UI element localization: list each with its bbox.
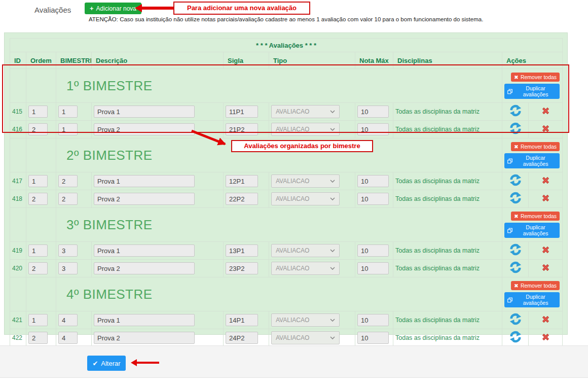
annotation-arrow-submit bbox=[131, 359, 159, 366]
descricao-input[interactable] bbox=[94, 123, 195, 135]
bimestre-input[interactable] bbox=[58, 106, 78, 118]
duplicate-avaliacoes-button[interactable]: Duplicar avaliações bbox=[504, 153, 560, 168]
reload-disciplinas-button[interactable] bbox=[509, 261, 522, 274]
bimestre-input[interactable] bbox=[58, 244, 78, 257]
add-new-button[interactable]: + Adicionar nova bbox=[85, 3, 141, 14]
reload-icon bbox=[509, 312, 522, 326]
disciplinas-text: Todas as disciplinas da matriz bbox=[393, 329, 502, 347]
copy-icon bbox=[507, 89, 512, 94]
delete-avaliacao-button[interactable] bbox=[540, 262, 552, 273]
delete-avaliacao-button[interactable] bbox=[540, 193, 552, 203]
bimestre-input[interactable] bbox=[58, 314, 78, 326]
check-icon: ✔ bbox=[92, 360, 98, 367]
sigla-input[interactable] bbox=[226, 106, 258, 118]
col-ordem: Ordem bbox=[26, 52, 56, 69]
section-title: 4º BIMESTRE bbox=[56, 277, 502, 311]
bimestre-input[interactable] bbox=[58, 193, 78, 205]
avaliacoes-table: * * * Avaliações * * * ID Ordem BIMESTRE… bbox=[10, 38, 563, 347]
nota-max-input[interactable] bbox=[357, 314, 389, 326]
ordem-input[interactable] bbox=[28, 123, 48, 135]
reload-disciplinas-button[interactable] bbox=[509, 173, 522, 187]
arrow-shaft bbox=[137, 362, 159, 364]
tipo-select[interactable]: AVALIACAO bbox=[271, 244, 340, 257]
tipo-select[interactable]: AVALIACAO bbox=[271, 192, 340, 205]
red-x-icon bbox=[540, 193, 552, 203]
sigla-input[interactable] bbox=[226, 332, 258, 344]
delete-avaliacao-button[interactable] bbox=[540, 314, 552, 325]
sigla-input[interactable] bbox=[226, 175, 258, 187]
col-id: ID bbox=[10, 52, 26, 69]
nota-max-input[interactable] bbox=[357, 262, 389, 274]
sigla-input[interactable] bbox=[226, 262, 258, 274]
tipo-select[interactable]: AVALIACAO bbox=[271, 331, 340, 344]
disciplinas-text: Todas as disciplinas da matriz bbox=[393, 103, 502, 121]
descricao-input[interactable] bbox=[94, 332, 195, 344]
remove-all-button[interactable]: ✖Remover todas bbox=[511, 212, 560, 221]
tipo-select[interactable]: AVALIACAO bbox=[271, 262, 340, 275]
descricao-input[interactable] bbox=[94, 244, 195, 257]
reload-icon bbox=[509, 243, 522, 256]
remove-all-button[interactable]: ✖Remover todas bbox=[511, 142, 560, 151]
col-nota-max: Nota Máx bbox=[355, 52, 393, 69]
bimestre-input[interactable] bbox=[58, 332, 78, 344]
col-descricao: Descrição bbox=[92, 52, 224, 69]
tipo-select[interactable]: AVALIACAO bbox=[271, 105, 340, 118]
red-x-icon bbox=[540, 106, 552, 116]
ordem-input[interactable] bbox=[28, 106, 48, 118]
nota-max-input[interactable] bbox=[357, 175, 389, 187]
descricao-input[interactable] bbox=[94, 106, 195, 118]
alterar-button[interactable]: ✔ Alterar bbox=[87, 356, 126, 371]
ordem-input[interactable] bbox=[28, 175, 48, 187]
reload-icon bbox=[509, 261, 522, 274]
reload-disciplinas-button[interactable] bbox=[509, 312, 522, 326]
nota-max-input[interactable] bbox=[357, 244, 389, 257]
bimestre-input[interactable] bbox=[58, 262, 78, 274]
reload-disciplinas-button[interactable] bbox=[509, 104, 522, 117]
remove-all-button[interactable]: ✖Remover todas bbox=[511, 281, 560, 290]
copy-icon bbox=[507, 228, 512, 233]
section-header-row: 1º BIMESTRE ✖Remover todas Duplicar aval… bbox=[10, 69, 563, 103]
nota-max-input[interactable] bbox=[357, 123, 389, 135]
reload-disciplinas-button[interactable] bbox=[509, 330, 522, 343]
delete-avaliacao-button[interactable] bbox=[540, 175, 552, 186]
sigla-input[interactable] bbox=[226, 314, 258, 326]
ordem-input[interactable] bbox=[28, 193, 48, 205]
descricao-input[interactable] bbox=[94, 314, 195, 326]
avaliacao-row: 422 AVALIACAO Todas as disciplinas da ma… bbox=[10, 329, 563, 347]
ordem-input[interactable] bbox=[28, 244, 48, 257]
nota-max-input[interactable] bbox=[357, 332, 389, 344]
ordem-input[interactable] bbox=[28, 262, 48, 274]
reload-icon bbox=[509, 330, 522, 343]
duplicate-avaliacoes-button[interactable]: Duplicar avaliações bbox=[504, 223, 560, 238]
reload-disciplinas-button[interactable] bbox=[509, 243, 522, 256]
descricao-input[interactable] bbox=[94, 262, 195, 274]
reload-disciplinas-button[interactable] bbox=[509, 122, 522, 135]
ordem-input[interactable] bbox=[28, 332, 48, 344]
col-disciplinas: Disciplinas bbox=[393, 52, 502, 69]
sigla-input[interactable] bbox=[226, 193, 258, 205]
bimestre-input[interactable] bbox=[58, 123, 78, 135]
tipo-select[interactable]: AVALIACAO bbox=[271, 123, 340, 136]
nota-max-input[interactable] bbox=[357, 193, 389, 205]
sigla-input[interactable] bbox=[226, 244, 258, 257]
descricao-input[interactable] bbox=[94, 193, 195, 205]
duplicate-avaliacoes-button[interactable]: Duplicar avaliações bbox=[504, 84, 560, 99]
tipo-select[interactable]: AVALIACAO bbox=[271, 174, 340, 188]
tipo-select[interactable]: AVALIACAO bbox=[271, 313, 340, 327]
reload-disciplinas-button[interactable] bbox=[509, 191, 522, 204]
avaliacao-row: 416 AVALIACAO Todas as disciplinas da ma… bbox=[10, 121, 563, 138]
remove-all-button[interactable]: ✖Remover todas bbox=[511, 73, 560, 82]
duplicate-avaliacoes-button[interactable]: Duplicar avaliações bbox=[504, 292, 560, 307]
bimestre-input[interactable] bbox=[58, 175, 78, 187]
delete-avaliacao-button[interactable] bbox=[540, 332, 552, 342]
ordem-input[interactable] bbox=[28, 314, 48, 326]
row-id: 422 bbox=[10, 329, 26, 347]
section-header-row: 3º BIMESTRE ✖Remover todas Duplicar aval… bbox=[10, 208, 563, 242]
add-new-button-label: Adicionar nova bbox=[96, 5, 136, 12]
descricao-input[interactable] bbox=[94, 175, 195, 187]
avaliacao-row: 417 AVALIACAO Todas as disciplinas da ma… bbox=[10, 172, 563, 190]
nota-max-input[interactable] bbox=[357, 106, 389, 118]
delete-avaliacao-button[interactable] bbox=[540, 123, 552, 134]
delete-avaliacao-button[interactable] bbox=[540, 106, 552, 116]
delete-avaliacao-button[interactable] bbox=[540, 244, 552, 255]
